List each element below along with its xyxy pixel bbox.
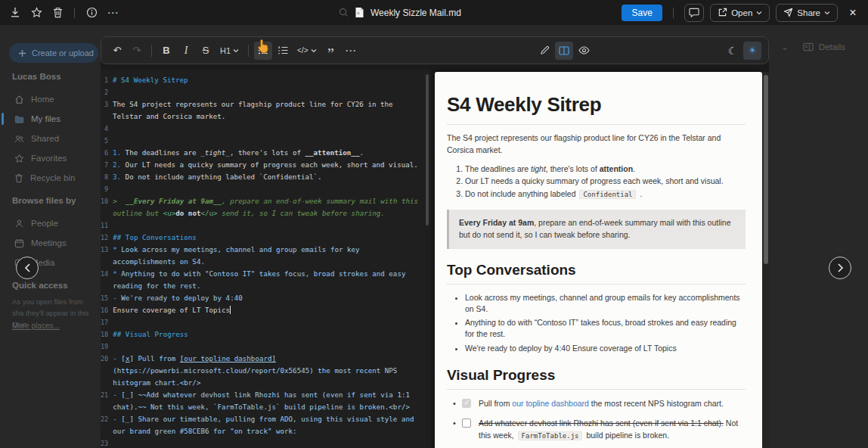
toolbar-more-button[interactable]: ⋯ (342, 42, 360, 60)
preview-scrollbar-thumb[interactable] (764, 75, 768, 264)
editor-line[interactable]: 21- [_] ~~Add whatever devhost link Rhoz… (101, 389, 431, 413)
markdown-source-editor[interactable]: 1# S4 Weekly Sitrep23The S4 project repr… (101, 70, 431, 448)
save-button[interactable]: Save (622, 5, 662, 21)
sidebar-item-recycle-bin[interactable]: Recycle bin (0, 169, 101, 187)
task-checkbox[interactable] (462, 418, 471, 428)
close-button[interactable]: × (844, 4, 862, 22)
comment-icon (689, 8, 699, 17)
italic-button[interactable]: I (177, 42, 195, 60)
editor-line[interactable]: 12## Top Conversations (101, 232, 431, 244)
delete-button[interactable] (48, 4, 67, 22)
editor-line[interactable]: 22- [_] Share our timetable, pulling fro… (101, 413, 431, 437)
sidebar-item-media[interactable]: Media (0, 254, 101, 272)
editor-line[interactable]: 13* Look across my meetings, channel and… (101, 244, 431, 268)
editor-line[interactable]: 10> __Every Friday at 9am__, prepare an … (101, 195, 431, 219)
more-places-link[interactable]: More places... (12, 322, 60, 330)
split-view-button[interactable] (555, 42, 573, 60)
editor-line-text (113, 341, 431, 353)
editor-line[interactable]: 14* Anything to do with "Contoso IT" tak… (101, 268, 431, 292)
preview-list-item: Our LT needs a quicky summary of progres… (465, 176, 746, 187)
open-external-icon (718, 8, 727, 17)
home-icon (14, 95, 24, 104)
bold-button[interactable]: B (157, 42, 175, 60)
open-button[interactable]: Open (710, 4, 770, 22)
undo-button[interactable]: ↶ (108, 42, 126, 60)
editor-line[interactable]: 11 (101, 219, 431, 232)
editor-line[interactable]: 23 (101, 437, 431, 448)
editor-line[interactable]: 20- [x] Pull from [our topline dashboard… (101, 353, 431, 389)
create-or-upload-button[interactable]: Create or upload (9, 43, 98, 63)
task-checkbox[interactable] (462, 399, 471, 408)
editor-line[interactable]: 5 (101, 135, 431, 147)
search-icon (339, 8, 349, 17)
code-dropdown[interactable]: </> (293, 42, 320, 60)
editor-line[interactable]: 19 (101, 341, 431, 353)
preview-mode-button[interactable] (575, 42, 593, 60)
share-button[interactable]: Share (776, 4, 838, 22)
editor-line[interactable]: 9 (101, 183, 431, 195)
line-number: 17 (101, 316, 113, 328)
preview-link[interactable]: our topline dashboard (512, 399, 589, 408)
editor-line[interactable]: 15- We're ready to deploy by 4:40 (101, 292, 431, 304)
favorite-button[interactable] (27, 4, 45, 22)
sidebar-item-meetings[interactable]: Meetings (0, 234, 101, 252)
more-options-button[interactable]: ⋯ (104, 4, 122, 22)
preview-list-item: Do not include anything labeled Confiden… (465, 188, 746, 200)
line-number: 16 (101, 304, 113, 316)
editor-line[interactable]: 16Ensure coverage of LT Topics (101, 304, 431, 316)
sidebar-user-name: Lucas Boss (12, 72, 61, 81)
preview-list-item: The deadlines are tight, there's lots of… (465, 163, 746, 175)
sidebar-item-people[interactable]: People (0, 214, 101, 232)
details-button[interactable]: ⌄ Details (781, 42, 845, 52)
download-button[interactable] (6, 4, 24, 22)
preview-scrollbar[interactable] (762, 72, 769, 448)
editor-line-text (113, 135, 431, 147)
next-file-button[interactable] (829, 257, 851, 279)
editor-line-text (113, 123, 431, 135)
formatting-toolbar: ↶ ↷ B I S H1 </> ” ⋯ (101, 36, 769, 64)
editor-line[interactable]: 3The S4 project represents our flagship … (101, 98, 431, 123)
sidebar-item-label: Meetings (31, 238, 67, 247)
editor-line[interactable]: 2 (101, 86, 431, 98)
editor-line[interactable]: 18## Visual Progress (101, 328, 431, 341)
line-number: 14 (101, 268, 113, 292)
editor-line[interactable]: 1# S4 Weekly Sitrep (101, 74, 431, 86)
info-button[interactable] (82, 4, 101, 22)
blockquote-button[interactable]: ” (322, 42, 340, 60)
sidebar-item-favorites[interactable]: Favorites (0, 149, 101, 167)
editor-line[interactable]: 17 (101, 316, 431, 328)
light-theme-button[interactable]: ☀ (743, 42, 761, 60)
chevron-down-icon (311, 48, 317, 54)
chevron-right-icon (837, 263, 844, 272)
sidebar-item-home[interactable]: Home (0, 90, 101, 108)
markdown-preview-pane[interactable]: S4 Weekly SitrepThe S4 project represent… (435, 72, 762, 448)
sidebar-item-shared[interactable]: Shared (0, 129, 101, 148)
editor-line[interactable]: 72. Our LT needs a quicky summary of pro… (101, 159, 431, 171)
sidebar-item-my-files[interactable]: My files (0, 110, 101, 128)
redo-button[interactable]: ↷ (128, 42, 146, 60)
divider (248, 45, 249, 57)
comments-button[interactable] (684, 4, 704, 22)
task-list-item: •Pull from our topline dashboard the mos… (447, 397, 746, 410)
star-icon (14, 154, 24, 163)
strikethrough-button[interactable]: S (197, 42, 215, 60)
edit-mode-button[interactable] (535, 42, 553, 60)
editor-line[interactable]: 61. The deadlines are _tight_, there's l… (101, 147, 431, 159)
line-number: 19 (101, 341, 113, 353)
numbered-list-button[interactable] (274, 42, 292, 60)
heading-dropdown[interactable]: H1 (216, 42, 243, 60)
dark-theme-button[interactable]: ☾ (724, 42, 742, 60)
line-number: 20 (101, 353, 113, 389)
person-icon (14, 219, 24, 229)
share-icon (783, 8, 793, 17)
line-number: 15 (101, 292, 113, 304)
editor-line-text: 2. Our LT needs a quicky summary of prog… (113, 159, 431, 171)
editor-scrollbar[interactable] (426, 74, 429, 226)
bullet-list-button[interactable] (254, 42, 272, 60)
preview-heading: S4 Weekly Sitrep (447, 93, 746, 117)
editor-line[interactable]: 83. Do not include anything labeled `Con… (101, 171, 431, 183)
editor-line[interactable]: 4 (101, 123, 431, 135)
folder-icon (14, 114, 24, 124)
previous-file-button[interactable] (16, 257, 39, 279)
task-text: Pull from our topline dashboard the most… (479, 397, 746, 409)
